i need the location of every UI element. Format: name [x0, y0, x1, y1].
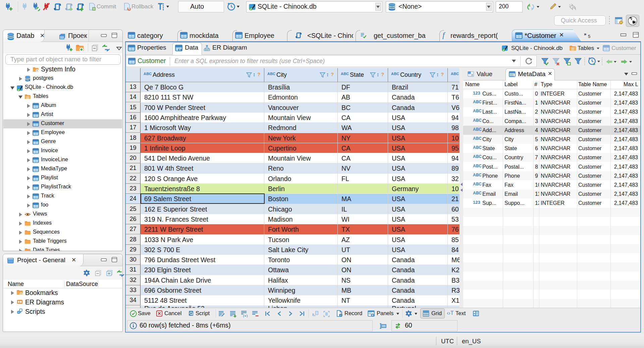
svg-text:i: i	[340, 313, 341, 317]
svg-text:(+): (+)	[243, 314, 248, 317]
